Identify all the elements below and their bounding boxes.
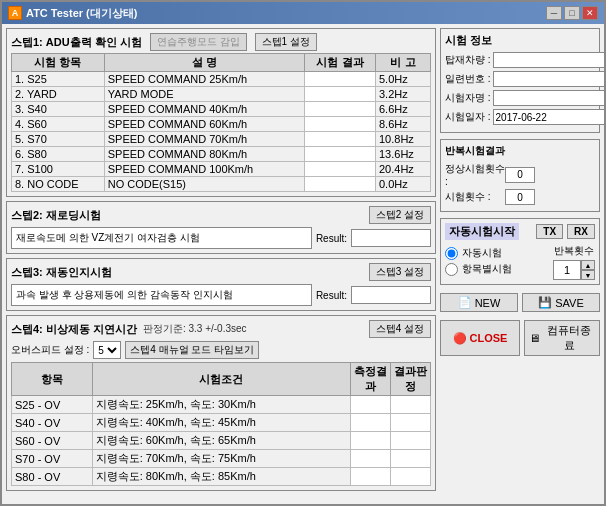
cell-result bbox=[304, 87, 375, 102]
info-input-tester[interactable] bbox=[493, 90, 604, 106]
spin-up-button[interactable]: ▲ bbox=[581, 260, 595, 270]
cell-desc: SPEED COMMAND 70Km/h bbox=[104, 132, 304, 147]
step3-header: 스텝3: 재동인지시험 스텝3 설정 bbox=[11, 263, 431, 281]
repeat-count-input[interactable] bbox=[553, 260, 581, 280]
step1-table: 시험 항목 설 명 시험 결과 비 고 1. S25 SPEED COMMAND… bbox=[11, 53, 431, 192]
cell-result bbox=[304, 177, 375, 192]
table-row: 1. S25 SPEED COMMAND 25Km/h 5.0Hz bbox=[12, 72, 431, 87]
step3-section: 스텝3: 재동인지시험 스텝3 설정 과속 발생 후 상용제동에 의한 감속동작… bbox=[6, 258, 436, 311]
title-buttons: ─ □ ✕ bbox=[546, 6, 598, 20]
close-window-button[interactable]: ✕ bbox=[582, 6, 598, 20]
cell-note: 0.0Hz bbox=[375, 177, 430, 192]
info-input-serial[interactable] bbox=[493, 71, 604, 87]
step4-section: 스텝4: 비상제동 지연시간 판정기준: 3.3 +/-0.3sec 스텝4 설… bbox=[6, 315, 436, 491]
step4-criteria: 판정기준: 3.3 +/-0.3sec bbox=[143, 322, 247, 336]
cell-judge bbox=[391, 432, 431, 450]
repeat-fail-value: 0 bbox=[505, 189, 535, 205]
step4-col-cond: 시험조건 bbox=[92, 363, 350, 396]
radio-auto-row: 자동시험 bbox=[445, 246, 549, 260]
cell-note: 20.4Hz bbox=[375, 162, 430, 177]
table-row: 3. S40 SPEED COMMAND 40Km/h 6.6Hz bbox=[12, 102, 431, 117]
repeat-normal-value: 0 bbox=[505, 167, 535, 183]
spin-buttons: ▲ ▼ bbox=[581, 260, 595, 280]
overspeed-select[interactable]: 5 3 4 6 7 bbox=[93, 341, 121, 359]
table-row: S70 - OV 지령속도: 70Km/h, 속도: 75Km/h bbox=[12, 450, 431, 468]
repeat-fail-row: 시험횟수 : 0 bbox=[445, 189, 595, 205]
date-input[interactable] bbox=[493, 109, 604, 125]
repeat-fail-label: 시험횟수 : bbox=[445, 190, 505, 204]
tx-button[interactable]: TX bbox=[536, 224, 563, 239]
close-icon: 🔴 bbox=[453, 332, 467, 345]
table-row: 8. NO CODE NO CODE(S15) 0.0Hz bbox=[12, 177, 431, 192]
cell-item: 3. S40 bbox=[12, 102, 105, 117]
repeat-title: 반복시험결과 bbox=[445, 144, 595, 158]
practice-mode-button[interactable]: 연습주행모드 감입 bbox=[150, 33, 247, 51]
cell-result bbox=[351, 396, 391, 414]
maximize-button[interactable]: □ bbox=[564, 6, 580, 20]
info-input-vehicle[interactable] bbox=[493, 52, 604, 68]
bottom-buttons: 📄 NEW 💾 SAVE bbox=[440, 293, 600, 312]
left-panel: 스텝1: ADU출력 확인 시험 연습주행모드 감입 스텝1 설정 시험 항목 … bbox=[6, 28, 436, 500]
cell-note: 5.0Hz bbox=[375, 72, 430, 87]
repeat-normal-label: 정상시험횟수 : bbox=[445, 162, 505, 187]
pc-icon: 🖥 bbox=[529, 332, 540, 344]
cell-result bbox=[304, 132, 375, 147]
save-label: SAVE bbox=[555, 297, 584, 309]
step2-result-label: Result: bbox=[316, 233, 347, 244]
info-row-3: 시험일자 : ▼ bbox=[445, 109, 595, 125]
pc-shutdown-button[interactable]: 🖥 컴퓨터종료 bbox=[524, 320, 600, 356]
col-result: 시험 결과 bbox=[304, 54, 375, 72]
spin-down-button[interactable]: ▼ bbox=[581, 270, 595, 280]
cell-cond: 지령속도: 70Km/h, 속도: 75Km/h bbox=[92, 450, 350, 468]
step2-section: 스텝2: 재로딩시험 스텝2 설정 재로속도메 의한 VZ계전기 여자검층 시험… bbox=[6, 201, 436, 254]
right-panel: 시험 정보 탑재차량 : 일련번호 : 시험자명 : 시험일자 : bbox=[440, 28, 600, 500]
cell-item: S60 - OV bbox=[12, 432, 93, 450]
step3-setting-button[interactable]: 스텝3 설정 bbox=[369, 263, 431, 281]
repeat-normal-row: 정상시험횟수 : 0 bbox=[445, 162, 595, 187]
bottom-buttons-2: 🔴 CLOSE 🖥 컴퓨터종료 bbox=[440, 320, 600, 356]
minimize-button[interactable]: ─ bbox=[546, 6, 562, 20]
pc-label: 컴퓨터종료 bbox=[543, 323, 595, 353]
info-row-0: 탑재차량 : bbox=[445, 52, 595, 68]
step1-setting-button[interactable]: 스텝1 설정 bbox=[255, 33, 317, 51]
step2-header: 스텝2: 재로딩시험 스텝2 설정 bbox=[11, 206, 431, 224]
title-bar: A ATC Tester (대기상태) ─ □ ✕ bbox=[2, 2, 604, 24]
cell-desc: SPEED COMMAND 40Km/h bbox=[104, 102, 304, 117]
step4-setting-button[interactable]: 스텝4 설정 bbox=[369, 320, 431, 338]
manual-mode-button[interactable]: 스텝4 매뉴얼 모드 타임보기 bbox=[125, 341, 259, 359]
radio-auto[interactable] bbox=[445, 247, 458, 260]
new-label: NEW bbox=[475, 297, 501, 309]
window-title: ATC Tester (대기상태) bbox=[26, 6, 137, 21]
cell-note: 3.2Hz bbox=[375, 87, 430, 102]
step1-header: 스텝1: ADU출력 확인 시험 연습주행모드 감입 스텝1 설정 bbox=[11, 33, 431, 51]
cell-item: S70 - OV bbox=[12, 450, 93, 468]
close-button[interactable]: 🔴 CLOSE bbox=[440, 320, 520, 356]
rx-button[interactable]: RX bbox=[567, 224, 595, 239]
cell-cond: 지령속도: 80Km/h, 속도: 85Km/h bbox=[92, 468, 350, 486]
step4-col-judge: 결과판정 bbox=[391, 363, 431, 396]
save-button[interactable]: 💾 SAVE bbox=[522, 293, 600, 312]
info-label-0: 탑재차량 : bbox=[445, 53, 491, 67]
step3-result-label: Result: bbox=[316, 290, 347, 301]
radio-item[interactable] bbox=[445, 263, 458, 276]
col-note: 비 고 bbox=[375, 54, 430, 72]
cell-result bbox=[304, 117, 375, 132]
overspeed-row: 오버스피드 설정 : 5 3 4 6 7 스텝4 매뉴얼 모드 타임보기 bbox=[11, 341, 431, 359]
table-row: S80 - OV 지령속도: 80Km/h, 속도: 85Km/h bbox=[12, 468, 431, 486]
auto-section: 자동시험시작 TX RX 자동시험 항목별시험 bbox=[440, 218, 600, 285]
cell-result bbox=[351, 414, 391, 432]
table-row: S40 - OV 지령속도: 40Km/h, 속도: 45Km/h bbox=[12, 414, 431, 432]
repeat-count-group: 반복횟수 ▲ ▼ bbox=[553, 244, 595, 280]
cell-result bbox=[304, 102, 375, 117]
cell-judge bbox=[391, 450, 431, 468]
cell-note: 13.6Hz bbox=[375, 147, 430, 162]
radio-group: 자동시험 항목별시험 bbox=[445, 246, 549, 278]
info-label-3: 시험일자 : bbox=[445, 110, 491, 124]
step2-content: 재로속도메 의한 VZ계전기 여자검층 시험 Result: bbox=[11, 227, 431, 249]
close-label: CLOSE bbox=[470, 332, 508, 344]
step2-title: 스텝2: 재로딩시험 bbox=[11, 208, 101, 223]
table-row: 4. S60 SPEED COMMAND 60Km/h 8.6Hz bbox=[12, 117, 431, 132]
new-button[interactable]: 📄 NEW bbox=[440, 293, 518, 312]
step2-setting-button[interactable]: 스텝2 설정 bbox=[369, 206, 431, 224]
step2-desc: 재로속도메 의한 VZ계전기 여자검층 시험 bbox=[11, 227, 312, 249]
